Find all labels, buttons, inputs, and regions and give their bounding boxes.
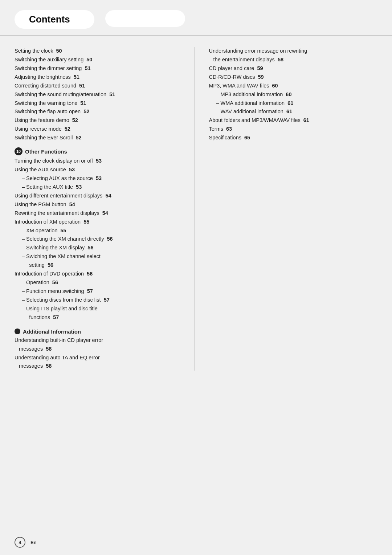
section-label: Other Functions <box>25 148 67 155</box>
list-item: Adjusting the brightness 51 <box>15 73 183 82</box>
list-item: – MP3 additional information 60 <box>209 90 378 99</box>
page-number-circle: 4 <box>15 537 25 548</box>
header-right-box <box>105 10 185 27</box>
header-area: Contents <box>0 0 392 29</box>
list-item: Using the AUX source 53 <box>15 166 183 174</box>
list-item: – XM operation 55 <box>15 227 183 235</box>
list-item: – WAV additional information 61 <box>209 107 378 116</box>
list-item: CD player and care 59 <box>209 64 378 73</box>
list-item: Turning the clock display on or off 53 <box>15 157 183 166</box>
list-item: Switching the sound muting/attenuation 5… <box>15 90 183 99</box>
list-item: Introduction of DVD operation 56 <box>15 270 183 278</box>
content-area: Setting the clock 50 Switching the auxil… <box>0 36 392 371</box>
list-item: – Selecting discs from the disc list 57 <box>15 296 183 305</box>
list-item: About folders and MP3/WMA/WAV files 61 <box>209 116 378 125</box>
title-box: Contents <box>15 10 94 29</box>
list-item: Using the PGM button 54 <box>15 200 183 209</box>
list-item: – Selecting AUX as the source 53 <box>15 174 183 183</box>
list-item: Correcting distorted sound 51 <box>15 82 183 90</box>
left-column: Setting the clock 50 Switching the auxil… <box>15 47 195 371</box>
list-item: – Using ITS playlist and disc title func… <box>15 305 183 322</box>
list-item: Specifications 65 <box>209 134 378 142</box>
list-item: Switching the flap auto open 52 <box>15 107 183 116</box>
right-column: Understanding error message on rewriting… <box>195 47 378 371</box>
list-item: Understanding built-in CD player error m… <box>15 336 183 354</box>
list-item: Using different entertainment displays 5… <box>15 192 183 200</box>
list-item: Using reverse mode 52 <box>15 125 183 134</box>
list-item: – Setting the AUX title 53 <box>15 183 183 192</box>
section-number-icon: 10 <box>15 147 23 155</box>
language-label: En <box>30 540 37 545</box>
list-item: Switching the dimmer setting 51 <box>15 64 183 73</box>
list-item: – Operation 56 <box>15 278 183 287</box>
list-item: MP3, WMA and WAV files 60 <box>209 82 378 90</box>
list-item: Terms 63 <box>209 125 378 134</box>
list-item: CD-R/CD-RW discs 59 <box>209 73 378 82</box>
page-container: Contents Setting the clock 50 Switching … <box>0 0 392 555</box>
list-item: Setting the clock 50 <box>15 47 183 56</box>
list-item: – Function menu switching 57 <box>15 287 183 296</box>
list-item: Rewriting the entertainment displays 54 <box>15 209 183 218</box>
section-other-functions: 10 Other Functions <box>15 147 183 155</box>
footer: 4 En <box>15 537 37 548</box>
section-bullet-icon <box>15 328 20 334</box>
list-item: – Swiching the XM channel select setting… <box>15 252 183 270</box>
list-item: – WMA additional information 61 <box>209 99 378 108</box>
page-number: 4 <box>19 540 21 545</box>
list-item: Switching the Ever Scroll 52 <box>15 134 183 142</box>
list-item: Understanding auto TA and EQ error messa… <box>15 354 183 371</box>
list-item: Using the feature demo 52 <box>15 116 183 125</box>
list-item: – Selecting the XM channel directly 56 <box>15 235 183 244</box>
list-item: – Switching the XM display 56 <box>15 244 183 252</box>
section-additional-information: Additional Information <box>15 328 183 335</box>
list-item: Switching the warning tone 51 <box>15 99 183 108</box>
list-item: Switching the auxiliary setting 50 <box>15 56 183 64</box>
page-title: Contents <box>29 14 80 25</box>
section-label: Additional Information <box>23 328 81 335</box>
list-item: Introduction of XM operation 55 <box>15 218 183 227</box>
list-item: Understanding error message on rewriting… <box>209 47 378 64</box>
